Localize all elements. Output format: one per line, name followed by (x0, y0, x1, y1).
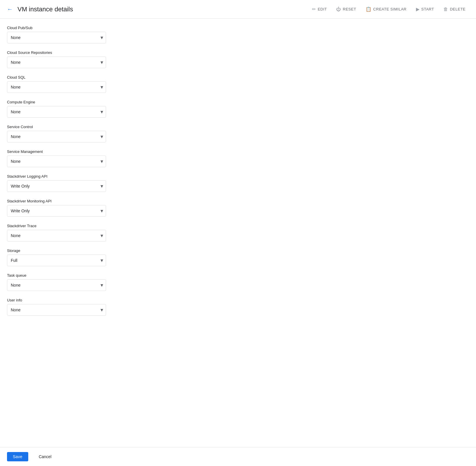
edit-button[interactable]: ✏ EDIT (308, 4, 330, 14)
select-cloud-sql[interactable]: NoneRead OnlyWrite OnlyFull (7, 81, 106, 93)
label-storage: Storage (7, 248, 197, 253)
back-button[interactable]: ← (7, 6, 13, 13)
select-user-info[interactable]: NoneRead OnlyWrite OnlyFull (7, 304, 106, 316)
select-wrapper-cloud-pub-sub: NoneRead OnlyWrite OnlyFull▾ (7, 32, 106, 43)
delete-button[interactable]: 🗑 DELETE (440, 4, 469, 14)
select-service-management[interactable]: NoneRead OnlyWrite OnlyFull (7, 156, 106, 167)
select-compute-engine[interactable]: NoneRead OnlyWrite OnlyFull (7, 106, 106, 118)
page-title: VM instance details (17, 6, 73, 13)
page-header: ← VM instance details ✏ EDIT ⏻ RESET 📋 C… (0, 0, 476, 19)
field-group-cloud-source-repositories: Cloud Source RepositoriesNoneRead OnlyWr… (7, 50, 197, 68)
select-wrapper-cloud-source-repositories: NoneRead OnlyWrite OnlyFull▾ (7, 57, 106, 68)
create-similar-icon: 📋 (366, 6, 372, 12)
select-wrapper-service-management: NoneRead OnlyWrite OnlyFull▾ (7, 156, 106, 167)
select-wrapper-stackdriver-monitoring-api: NoneRead OnlyWrite OnlyFull▾ (7, 205, 106, 217)
field-group-stackdriver-logging-api: Stackdriver Logging APINoneRead OnlyWrit… (7, 174, 197, 192)
field-group-cloud-sql: Cloud SQLNoneRead OnlyWrite OnlyFull▾ (7, 75, 197, 93)
label-service-control: Service Control (7, 125, 197, 129)
label-cloud-pub-sub: Cloud Pub/Sub (7, 26, 197, 30)
select-cloud-pub-sub[interactable]: NoneRead OnlyWrite OnlyFull (7, 32, 106, 43)
field-group-service-control: Service ControlNoneRead OnlyWrite OnlyFu… (7, 125, 197, 142)
select-service-control[interactable]: NoneRead OnlyWrite OnlyFull (7, 131, 106, 142)
field-group-compute-engine: Compute EngineNoneRead OnlyWrite OnlyFul… (7, 100, 197, 118)
field-group-stackdriver-monitoring-api: Stackdriver Monitoring APINoneRead OnlyW… (7, 199, 197, 217)
select-stackdriver-logging-api[interactable]: NoneRead OnlyWrite OnlyFull (7, 180, 106, 192)
reset-icon: ⏻ (336, 7, 341, 12)
start-label: START (421, 7, 434, 11)
select-wrapper-cloud-sql: NoneRead OnlyWrite OnlyFull▾ (7, 81, 106, 93)
select-storage[interactable]: NoneRead OnlyWrite OnlyFull (7, 255, 106, 266)
label-stackdriver-monitoring-api: Stackdriver Monitoring API (7, 199, 197, 203)
field-group-user-info: User infoNoneRead OnlyWrite OnlyFull▾ (7, 298, 197, 316)
select-wrapper-stackdriver-trace: NoneRead OnlyWrite OnlyFull▾ (7, 230, 106, 241)
delete-icon: 🗑 (443, 7, 448, 12)
label-compute-engine: Compute Engine (7, 100, 197, 104)
delete-label: DELETE (450, 7, 466, 11)
start-icon: ▶ (416, 6, 420, 12)
select-stackdriver-monitoring-api[interactable]: NoneRead OnlyWrite OnlyFull (7, 205, 106, 217)
label-cloud-source-repositories: Cloud Source Repositories (7, 50, 197, 55)
edit-icon: ✏ (312, 6, 316, 12)
select-wrapper-task-queue: NoneRead OnlyWrite OnlyFull▾ (7, 279, 106, 291)
reset-button[interactable]: ⏻ RESET (333, 4, 359, 14)
select-stackdriver-trace[interactable]: NoneRead OnlyWrite OnlyFull (7, 230, 106, 241)
label-stackdriver-trace: Stackdriver Trace (7, 224, 197, 228)
field-group-stackdriver-trace: Stackdriver TraceNoneRead OnlyWrite Only… (7, 224, 197, 241)
label-task-queue: Task queue (7, 273, 197, 278)
select-cloud-source-repositories[interactable]: NoneRead OnlyWrite OnlyFull (7, 57, 106, 68)
back-icon: ← (7, 6, 13, 13)
label-stackdriver-logging-api: Stackdriver Logging API (7, 174, 197, 179)
start-button[interactable]: ▶ START (412, 4, 438, 14)
select-wrapper-user-info: NoneRead OnlyWrite OnlyFull▾ (7, 304, 106, 316)
create-similar-label: CREATE SIMILAR (373, 7, 406, 11)
select-wrapper-service-control: NoneRead OnlyWrite OnlyFull▾ (7, 131, 106, 142)
main-content: Cloud Pub/SubNoneRead OnlyWrite OnlyFull… (0, 19, 204, 346)
field-group-task-queue: Task queueNoneRead OnlyWrite OnlyFull▾ (7, 273, 197, 291)
select-wrapper-stackdriver-logging-api: NoneRead OnlyWrite OnlyFull▾ (7, 180, 106, 192)
field-group-storage: StorageNoneRead OnlyWrite OnlyFull▾ (7, 248, 197, 266)
edit-label: EDIT (318, 7, 327, 11)
label-service-management: Service Management (7, 149, 197, 154)
label-user-info: User info (7, 298, 197, 302)
field-group-cloud-pub-sub: Cloud Pub/SubNoneRead OnlyWrite OnlyFull… (7, 26, 197, 43)
label-cloud-sql: Cloud SQL (7, 75, 197, 80)
create-similar-button[interactable]: 📋 CREATE SIMILAR (362, 4, 410, 14)
select-wrapper-compute-engine: NoneRead OnlyWrite OnlyFull▾ (7, 106, 106, 118)
field-group-service-management: Service ManagementNoneRead OnlyWrite Onl… (7, 149, 197, 167)
select-task-queue[interactable]: NoneRead OnlyWrite OnlyFull (7, 279, 106, 291)
reset-label: RESET (343, 7, 356, 11)
select-wrapper-storage: NoneRead OnlyWrite OnlyFull▾ (7, 255, 106, 266)
toolbar: ✏ EDIT ⏻ RESET 📋 CREATE SIMILAR ▶ START … (308, 4, 469, 14)
